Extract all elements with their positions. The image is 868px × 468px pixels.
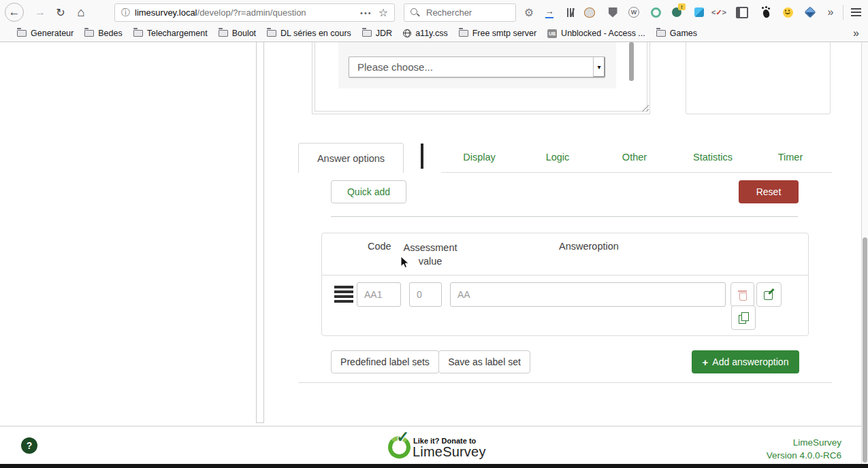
tab-statistics[interactable]: Statistics: [693, 152, 733, 163]
edit-icon: [764, 290, 774, 300]
bookmark-folder[interactable]: Free smtp server: [459, 29, 536, 38]
answer-options-table: Code Assessment value Answeroption: [321, 233, 809, 336]
bookmark-link[interactable]: UBUnblocked - Access ...: [547, 29, 645, 38]
overflow-chevron-icon[interactable]: »: [824, 6, 837, 18]
bookmarks-bar: Generateur Bedes Telechargement Boulot D…: [0, 25, 868, 42]
side-panel-box: [686, 42, 831, 114]
extension-cube-icon[interactable]: [693, 6, 705, 18]
predefined-label-sets-button[interactable]: Predefined label sets: [331, 350, 439, 373]
bookmark-folder[interactable]: DL séries en cours: [267, 29, 351, 38]
downloads-icon[interactable]: →: [543, 6, 556, 18]
bookmark-label: a11y.css: [415, 29, 447, 38]
wappalyzer-letter: W: [631, 9, 637, 16]
bookmark-label: Games: [670, 29, 697, 38]
favicon-ub: UB: [547, 29, 557, 38]
site-info-icon[interactable]: ⓘ: [121, 7, 130, 19]
folder-icon: [267, 30, 276, 37]
search-bar[interactable]: [404, 3, 516, 22]
extension-diamond-icon[interactable]: [804, 6, 816, 18]
bookmark-folder[interactable]: Games: [656, 29, 697, 38]
copy-icon: [739, 312, 749, 323]
drag-handle-icon[interactable]: [334, 286, 353, 303]
search-input[interactable]: [426, 7, 501, 18]
version-info: LimeSurvey Version 4.0.0-RC6: [767, 436, 841, 462]
bookmark-label: DL séries en cours: [280, 29, 351, 38]
chevron-down-icon: ▾: [593, 57, 605, 77]
privacy-badger-icon[interactable]: [583, 6, 596, 18]
menu-icon[interactable]: [850, 6, 862, 18]
tabs-border: [441, 172, 832, 173]
ublock-origin-icon[interactable]: [607, 6, 619, 18]
add-answeroption-button[interactable]: + Add answeroption: [692, 350, 799, 373]
folder-icon: [219, 30, 228, 37]
delete-answer-button[interactable]: [730, 282, 754, 307]
plus-icon: +: [703, 356, 709, 368]
folder-icon: [362, 30, 372, 37]
column-header-assessment-value: Assessment value: [402, 241, 458, 268]
reload-icon[interactable]: ↻: [51, 3, 70, 22]
bracket-right: >: [722, 8, 726, 16]
sidebar-toggle-icon[interactable]: [736, 6, 748, 18]
bookmark-label: Bedes: [98, 29, 122, 38]
bookmark-link[interactable]: a11y.css: [403, 29, 447, 38]
quick-add-button[interactable]: Quick add: [331, 180, 406, 203]
trash-icon: [738, 290, 747, 300]
tab-other[interactable]: Other: [622, 152, 647, 163]
answer-select[interactable]: Please choose... ▾: [349, 56, 605, 78]
tab-display[interactable]: Display: [463, 152, 496, 163]
folder-icon: [84, 30, 94, 37]
folder-icon: [459, 30, 468, 37]
bookmarks-overflow-icon[interactable]: »: [853, 27, 859, 39]
back-icon[interactable]: ←: [5, 3, 24, 22]
brand-name[interactable]: LimeSurvey: [767, 436, 841, 449]
save-as-label-set-button[interactable]: Save as label set: [438, 350, 530, 373]
wappalyzer-icon[interactable]: W: [628, 6, 640, 18]
library-icon[interactable]: [564, 6, 576, 18]
tab-logic[interactable]: Logic: [546, 152, 570, 163]
code-input[interactable]: [357, 282, 401, 307]
gnome-foot-icon[interactable]: [760, 6, 772, 18]
bookmark-label: Unblocked - Access ...: [561, 29, 645, 38]
column-header-answeroption: Answeroption: [559, 241, 619, 252]
toolbar-separator: [843, 5, 843, 20]
gear-icon[interactable]: ⚙: [523, 6, 535, 18]
donate-brand-text[interactable]: LimeSurvey: [413, 444, 486, 460]
extension-green-ring-icon[interactable]: [649, 6, 662, 18]
mouse-cursor: [400, 256, 410, 269]
add-answeroption-label: Add answeroption: [712, 356, 788, 367]
url-host: limesurvey.local: [135, 7, 197, 18]
preview-scrollbar-thumb[interactable]: [629, 42, 634, 81]
help-button[interactable]: ?: [21, 437, 37, 454]
bookmark-folder[interactable]: Boulot: [219, 29, 256, 38]
page-scrollbar-thumb[interactable]: [863, 237, 867, 463]
browser-toolbar: ← → ↻ ⌂ ⓘ limesurvey.local /develop/?r=a…: [0, 0, 868, 25]
tab-timer[interactable]: Timer: [778, 152, 803, 163]
bookmark-label: Boulot: [232, 29, 256, 38]
bookmark-star-icon[interactable]: ☆: [379, 6, 388, 19]
home-icon[interactable]: ⌂: [71, 3, 91, 22]
answer-select-value: Please choose...: [349, 61, 593, 73]
tab-answer-options[interactable]: Answer options: [298, 143, 404, 173]
duplicate-answer-button[interactable]: [731, 305, 756, 330]
url-path: /develop/?r=admin/question: [197, 7, 357, 18]
forward-icon[interactable]: →: [31, 3, 50, 22]
page-actions-icon[interactable]: •••: [360, 9, 372, 17]
reset-button[interactable]: Reset: [739, 180, 799, 203]
answeroption-input[interactable]: [450, 282, 726, 307]
column-header-code: Code: [368, 241, 391, 252]
bookmark-label: Generateur: [31, 29, 74, 38]
html-validator-icon[interactable]: <✓>: [711, 6, 727, 18]
tab-drag-indicator: [421, 144, 423, 169]
bookmark-folder[interactable]: JDR: [362, 29, 392, 38]
bookmark-folder[interactable]: Bedes: [84, 29, 122, 38]
bookmark-folder[interactable]: Telechargement: [133, 29, 208, 38]
assessment-value-input[interactable]: [409, 282, 442, 307]
extension-globe-alert-icon[interactable]: !: [671, 6, 683, 18]
url-bar[interactable]: ⓘ limesurvey.local /develop/?r=admin/que…: [114, 3, 395, 22]
edit-answer-button[interactable]: [756, 282, 782, 307]
emoji-icon[interactable]: [782, 6, 794, 18]
bookmark-label: JDR: [376, 29, 392, 38]
globe-icon: [403, 29, 411, 37]
bookmark-folder[interactable]: Generateur: [17, 29, 74, 38]
check-glyph: ✓: [716, 8, 722, 17]
